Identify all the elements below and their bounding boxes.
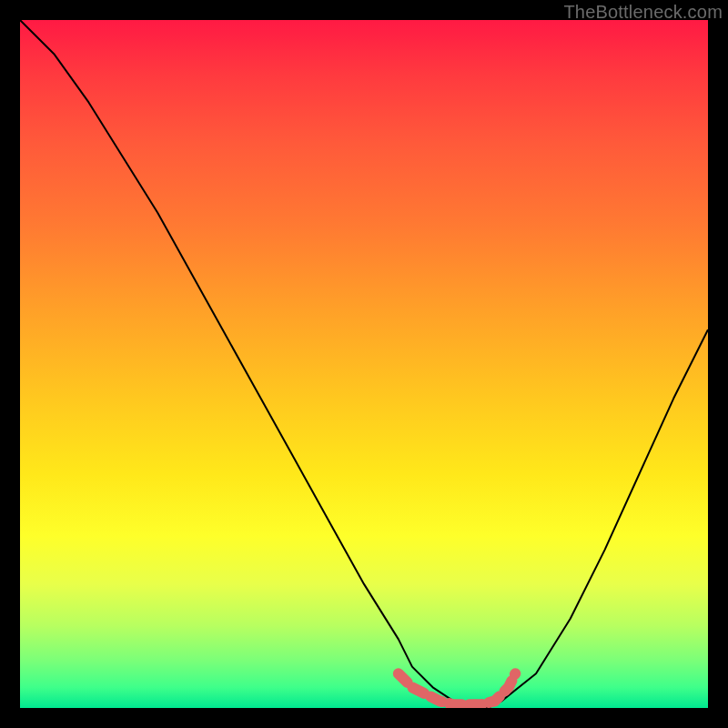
bottleneck-curve-path [20,20,708,708]
optimal-band [399,673,516,704]
bottleneck-curve [20,20,708,708]
plot-area [20,20,708,708]
curve-layer [20,20,708,708]
chart-frame: TheBottleneck.com [0,0,728,728]
optimal-band-path [399,673,516,704]
